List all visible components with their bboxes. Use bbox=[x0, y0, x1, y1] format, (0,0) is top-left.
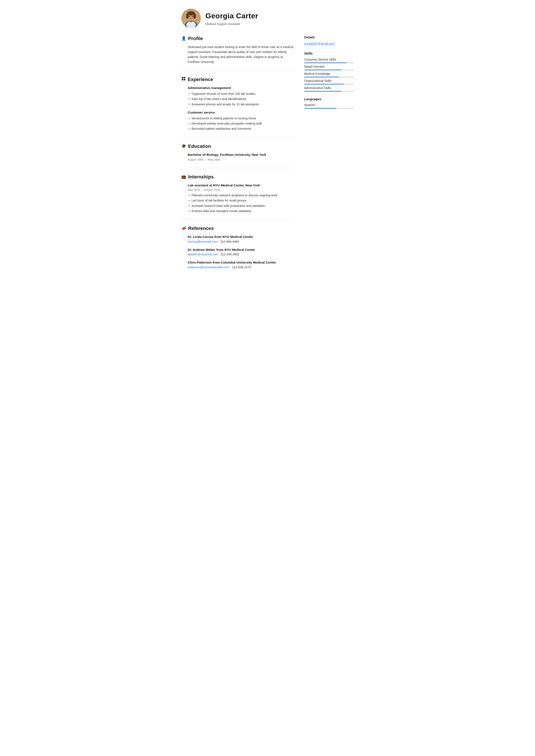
exp-item-2: Customer service Served lunch to elderly… bbox=[188, 110, 294, 131]
ref-item-1: Dr. Linda Coroza from NYU Medical Center… bbox=[188, 234, 294, 244]
skill-bar-bg bbox=[304, 69, 354, 70]
skills-section: Skills Customer Service Skills Detail Or… bbox=[304, 51, 354, 92]
edu-date: August 2004 — May 2008 bbox=[188, 157, 294, 162]
profile-title: 👤 Profile bbox=[181, 35, 294, 42]
intern-bullet: Led tours of lab facilities for small gr… bbox=[188, 198, 294, 203]
header-text: Georgia Carter Medical Support Assistant bbox=[206, 10, 258, 26]
exp-bullet: Organized records of more than 100 lab s… bbox=[188, 92, 294, 96]
intern-date-1: May 2020 — August 2020 bbox=[188, 188, 294, 192]
skill-item: Detail Oriented bbox=[304, 65, 354, 70]
header: Georgia Carter Medical Support Assistant bbox=[181, 9, 354, 28]
skills-list: Customer Service Skills Detail Oriented … bbox=[304, 57, 354, 92]
education-section: 🎓 Education Bachelor of Biology, Fordham… bbox=[181, 143, 294, 162]
details-section: Details g.carter87@gmail.com bbox=[304, 35, 354, 46]
ref-contact-1: lcoroza@nyumed.com · 212-994-4482 bbox=[188, 239, 294, 244]
lang-bar-fill bbox=[304, 108, 337, 109]
lang-bar-bg bbox=[304, 108, 354, 109]
ref-name-1: Dr. Linda Coroza from NYU Medical Center bbox=[188, 234, 294, 239]
skill-name: Customer Service Skills bbox=[304, 57, 354, 62]
exp-bullet: Developed weekly meal plan alongside coo… bbox=[188, 121, 294, 126]
edu-degree: Bachelor of Biology, Fordham University,… bbox=[188, 152, 294, 157]
svg-point-6 bbox=[193, 14, 196, 19]
divider-3 bbox=[181, 168, 294, 168]
profile-icon: 👤 bbox=[181, 36, 186, 41]
ref-item-2: Dr. Andrew Weber from NYU Medical Center… bbox=[188, 247, 294, 257]
skill-bar-fill bbox=[304, 77, 339, 77]
experience-section: Experience Administrative management Org… bbox=[181, 76, 294, 131]
skill-bar-fill bbox=[304, 84, 344, 85]
right-column: Details g.carter87@gmail.com Skills Cust… bbox=[302, 35, 354, 276]
internships-title: 💼 Internships bbox=[181, 173, 294, 180]
svg-rect-11 bbox=[184, 77, 185, 78]
skills-label: Skills bbox=[304, 51, 354, 56]
left-column: 👤 Profile Dedicated pre-med student look… bbox=[181, 35, 302, 276]
exp-bullet: Answered phones and emails for 15 lab as… bbox=[188, 102, 294, 107]
education-icon: 🎓 bbox=[181, 143, 186, 149]
details-email[interactable]: g.carter87@gmail.com bbox=[304, 42, 335, 45]
skill-name: Organizational Skills bbox=[304, 79, 354, 83]
skill-bar-bg bbox=[304, 63, 354, 63]
language-item: Spanish bbox=[304, 103, 354, 109]
profile-section: 👤 Profile Dedicated pre-med student look… bbox=[181, 35, 294, 65]
ref-name-2: Dr. Andrew Weber from NYU Medical Center bbox=[188, 247, 294, 252]
exp-list-1: Organized records of more than 100 lab s… bbox=[188, 92, 294, 107]
references-title: 📣 References bbox=[181, 225, 294, 232]
languages-section: Languages Spanish bbox=[304, 97, 354, 109]
candidate-name: Georgia Carter bbox=[206, 10, 258, 21]
exp-title-1: Administrative management bbox=[188, 86, 294, 91]
details-label: Details bbox=[304, 35, 354, 40]
svg-rect-13 bbox=[184, 79, 185, 80]
education-title: 🎓 Education bbox=[181, 143, 294, 150]
intern-title-1: Lab assistant at NYU Medical Center, New… bbox=[188, 183, 294, 188]
exp-list-2: Served lunch to elderly patients in nurs… bbox=[188, 116, 294, 131]
skill-bar-fill bbox=[304, 91, 342, 92]
candidate-title: Medical Support Assistant bbox=[206, 22, 258, 26]
skill-name: Detail Oriented bbox=[304, 65, 354, 69]
svg-rect-10 bbox=[182, 77, 183, 78]
ref-email-2[interactable]: aweber@nyumed.com bbox=[188, 253, 218, 256]
avatar bbox=[181, 9, 201, 28]
skill-item: Administrative Skills bbox=[304, 86, 354, 92]
ref-contact-2: aweber@nyumed.com · 212-293-2832 bbox=[188, 252, 294, 257]
skill-item: Organizational Skills bbox=[304, 79, 354, 85]
ref-separator-3: · bbox=[230, 265, 232, 269]
svg-point-5 bbox=[186, 14, 189, 19]
skill-bar-bg bbox=[304, 77, 354, 77]
ref-item-3: Chris Patterson from Columbia University… bbox=[188, 260, 294, 270]
divider-4 bbox=[181, 219, 294, 220]
skill-bar-fill bbox=[304, 63, 347, 63]
ref-separator-1: · bbox=[219, 240, 220, 243]
ref-email-1[interactable]: lcoroza@nyumed.com bbox=[188, 240, 218, 243]
references-icon: 📣 bbox=[181, 226, 186, 231]
intern-bullet: Entered data and managed results databas… bbox=[188, 209, 294, 213]
profile-text: Dedicated pre-med student looking to ent… bbox=[188, 44, 294, 65]
svg-point-8 bbox=[192, 16, 193, 17]
ref-phone-2: 212-293-2832 bbox=[220, 253, 239, 256]
exp-bullet: Served lunch to elderly patients in nurs… bbox=[188, 116, 294, 121]
edu-item: Bachelor of Biology, Fordham University,… bbox=[188, 152, 294, 162]
experience-icon bbox=[181, 76, 186, 83]
ref-phone-3: 212-638-2273 bbox=[232, 265, 251, 269]
experience-title: Experience bbox=[181, 76, 294, 83]
ref-name-3: Chris Patterson from Columbia University… bbox=[188, 260, 294, 265]
internships-section: 💼 Internships Lab assistant at NYU Medic… bbox=[181, 173, 294, 214]
svg-rect-12 bbox=[182, 79, 183, 80]
ref-contact-3: patterson@columbiaumed.com · 212-638-227… bbox=[188, 265, 294, 270]
languages-label: Languages bbox=[304, 97, 354, 102]
skill-name: Administrative Skills bbox=[304, 86, 354, 90]
divider-2 bbox=[181, 137, 294, 138]
main-layout: 👤 Profile Dedicated pre-med student look… bbox=[181, 35, 354, 276]
skill-bar-bg bbox=[304, 84, 354, 85]
svg-point-7 bbox=[189, 16, 190, 17]
intern-bullet: Planned community outreach programs to d… bbox=[188, 193, 294, 198]
intern-bullet: Assisted research team with preparation … bbox=[188, 203, 294, 208]
exp-title-2: Customer service bbox=[188, 110, 294, 115]
references-section: 📣 References Dr. Linda Coroza from NYU M… bbox=[181, 225, 294, 270]
divider-1 bbox=[181, 70, 294, 71]
language-name: Spanish bbox=[304, 103, 354, 107]
ref-email-3[interactable]: patterson@columbiaumed.com bbox=[188, 265, 230, 269]
skill-name: Medical Knowledge bbox=[304, 71, 354, 76]
skill-item: Medical Knowledge bbox=[304, 71, 354, 77]
ref-phone-1: 212-994-4482 bbox=[220, 240, 239, 243]
skill-bar-bg bbox=[304, 91, 354, 92]
